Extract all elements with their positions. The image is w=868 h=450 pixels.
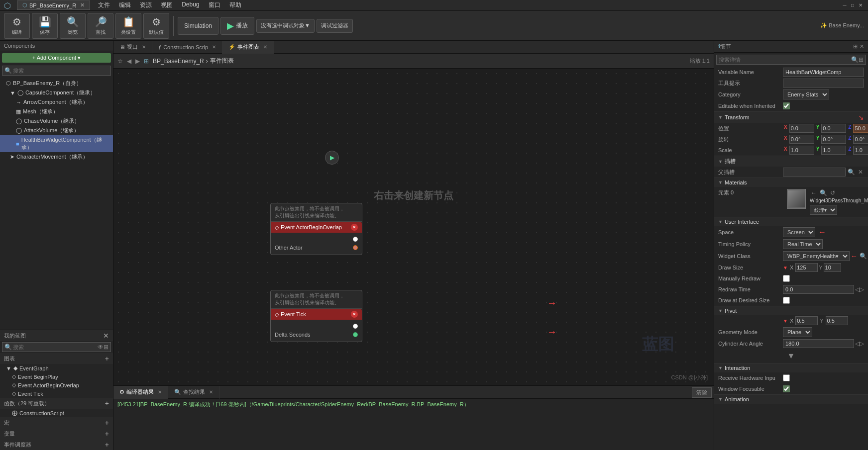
- nav-forward[interactable]: ▶: [135, 58, 140, 65]
- pos-x-input[interactable]: [789, 124, 814, 133]
- macros-add-btn[interactable]: +: [105, 419, 109, 427]
- tab-viewport[interactable]: 🖥 视口 ✕: [113, 41, 152, 54]
- geometry-mode-select[interactable]: Plane: [783, 327, 812, 337]
- rot-z-input[interactable]: [853, 135, 868, 144]
- tree-item-arrow[interactable]: → ArrowComponent（继承）: [0, 97, 113, 107]
- find-button[interactable]: 🔎 直找: [88, 13, 113, 39]
- variable-name-input[interactable]: [783, 68, 864, 77]
- scale-z-input[interactable]: [853, 146, 868, 155]
- functions-section-header[interactable]: 函数（29 可重载） +: [0, 398, 113, 409]
- compile-button[interactable]: ⚙ 编译: [4, 13, 30, 39]
- draw-size-x-input[interactable]: [795, 263, 818, 272]
- rot-x-input[interactable]: [789, 135, 814, 144]
- menu-window[interactable]: 窗口: [205, 0, 224, 10]
- tree-item-base[interactable]: ⬡ BP_BaseEnemy_R（自身）: [0, 79, 113, 88]
- simulation-button[interactable]: Simulation: [178, 17, 218, 35]
- close-btn[interactable]: ✕: [857, 2, 864, 9]
- redraw-time-input[interactable]: [783, 285, 854, 294]
- class-settings-button[interactable]: 📋 类设置: [115, 13, 141, 39]
- category-select[interactable]: Enemy Stats: [783, 90, 829, 99]
- tab-event-graph[interactable]: ⚡ 事件图表 ✕: [222, 41, 274, 54]
- dispatchers-add-btn[interactable]: +: [105, 441, 109, 449]
- tree-construction-script[interactable]: ⨁ ConstructionScript: [0, 409, 113, 417]
- functions-add-btn[interactable]: +: [105, 399, 109, 407]
- cylinder-arc-input[interactable]: [783, 339, 854, 348]
- parent-socket-clear-btn[interactable]: ✕: [857, 168, 864, 176]
- macros-section-header[interactable]: 宏 +: [0, 417, 113, 428]
- window-focusable-checkbox[interactable]: [783, 385, 790, 392]
- add-component-button[interactable]: + Add Component ▾: [2, 53, 111, 63]
- mat-search-btn[interactable]: 🔍: [819, 189, 828, 197]
- play-button[interactable]: ▶ 播放: [220, 17, 254, 35]
- blueprint-canvas[interactable]: 右击来创建新节点 蓝图 ▶ 此节点被禁用，将不会被调用，从引脚连出引线来编译功能…: [113, 69, 714, 385]
- menu-help[interactable]: 帮助: [225, 0, 245, 10]
- browse-button[interactable]: 🔍 浏览: [60, 13, 86, 39]
- details-search-input[interactable]: [719, 57, 851, 63]
- nav-back[interactable]: ◀: [127, 58, 131, 65]
- node-actor-begin-overlap[interactable]: 此节点被禁用，将不会被调用，从引脚连出引线来编译功能。 ◇ Event Acto…: [270, 203, 362, 255]
- tree-event-graph[interactable]: ▼ ◆ EventGraph: [0, 364, 113, 372]
- tree-item-capsule[interactable]: ▼ ◯ CapsuleComponent（继承）: [0, 88, 113, 97]
- grid-view-icon[interactable]: ⊞: [853, 43, 858, 50]
- parent-socket-search-btn[interactable]: 🔍: [847, 168, 856, 176]
- pos-z-input[interactable]: [853, 124, 868, 133]
- editable-checkbox[interactable]: [783, 102, 790, 109]
- manually-redraw-checkbox[interactable]: [783, 275, 790, 282]
- viewport-tab-close[interactable]: ✕: [142, 44, 146, 50]
- tree-item-movement[interactable]: ➤ CharacterMovement（继承）: [0, 152, 113, 162]
- pivot-y-input[interactable]: [826, 316, 848, 325]
- event-graph-tab-close[interactable]: ✕: [263, 44, 267, 50]
- widget-class-search-btn[interactable]: 🔍: [859, 252, 868, 260]
- dispatchers-section-header[interactable]: 事件调度器 +: [0, 439, 113, 450]
- graphs-section-header[interactable]: 图表 +: [0, 353, 113, 364]
- timing-policy-select[interactable]: Real Time: [783, 239, 823, 249]
- materials-header[interactable]: ▼ Materials: [714, 178, 868, 187]
- components-search-input[interactable]: [13, 68, 108, 74]
- window-tab[interactable]: ⬡ BP_BaseEnemy_R ✕: [17, 0, 90, 10]
- menu-edit[interactable]: 编辑: [115, 0, 135, 10]
- window-tab-close[interactable]: ✕: [80, 2, 85, 8]
- variables-add-btn[interactable]: +: [105, 430, 109, 438]
- details-close-icon[interactable]: ✕: [860, 43, 864, 50]
- menu-assets[interactable]: 资源: [136, 0, 156, 10]
- debug-dropdown[interactable]: 没有选中调试对象▼: [256, 19, 315, 33]
- my-blueprint-search-input[interactable]: [13, 344, 98, 350]
- expand-down-btn[interactable]: ▼: [786, 351, 796, 361]
- sockets-header[interactable]: ▼ 插槽: [714, 156, 868, 167]
- find-results-tab[interactable]: 🔍 查找结果 ✕: [168, 386, 219, 399]
- user-interface-header[interactable]: ▼ User Interface: [714, 217, 868, 226]
- tree-item-healthbar[interactable]: ■ HealthBarWidgetComponent（继承）: [0, 135, 113, 152]
- tree-event-tick[interactable]: ◇ Event Tick: [0, 389, 113, 398]
- parent-socket-input[interactable]: [783, 168, 846, 177]
- scale-y-input[interactable]: [821, 146, 846, 155]
- compiler-tab-close[interactable]: ✕: [158, 389, 162, 395]
- tree-item-chase[interactable]: ◯ ChaseVolume（继承）: [0, 116, 113, 126]
- menu-file[interactable]: 文件: [94, 0, 114, 10]
- interaction-header[interactable]: ▼ Interaction: [714, 363, 868, 372]
- draw-size-y-input[interactable]: [824, 263, 841, 272]
- tab-construction[interactable]: ƒ Construction Scrip ✕: [152, 41, 222, 54]
- tree-item-mesh[interactable]: ▦ Mesh（继承）: [0, 107, 113, 116]
- save-button[interactable]: 💾 保存: [32, 13, 58, 39]
- variables-section-header[interactable]: 变量 +: [0, 428, 113, 439]
- space-select[interactable]: Screen: [783, 227, 815, 237]
- defaults-button[interactable]: ⚙ 默认值: [143, 13, 169, 39]
- rot-y-input[interactable]: [821, 135, 846, 144]
- construction-tab-close[interactable]: ✕: [212, 44, 216, 50]
- clear-button[interactable]: 清除: [692, 387, 712, 398]
- my-blueprint-close[interactable]: ✕: [103, 332, 109, 340]
- my-blueprint-header[interactable]: 我的蓝图 ✕: [0, 330, 113, 341]
- tree-actor-overlap[interactable]: ◇ Event ActorBeginOverlap: [0, 381, 113, 389]
- tree-begin-play[interactable]: ◇ Event BeginPlay: [0, 372, 113, 381]
- node-event-tick[interactable]: 此节点被禁用，将不会被调用，从引脚连出引线来编译功能。 ◇ Event Tick…: [270, 290, 362, 342]
- pivot-x-input[interactable]: [795, 316, 818, 325]
- menu-debug[interactable]: Debug: [178, 0, 203, 10]
- graphs-add-btn[interactable]: +: [105, 355, 109, 362]
- pos-y-input[interactable]: [821, 124, 846, 133]
- tree-item-attack[interactable]: ◯ AttackVolume（继承）: [0, 126, 113, 135]
- receive-hardware-checkbox[interactable]: [783, 374, 790, 381]
- transform-header[interactable]: ▼ Transform ↘: [714, 112, 868, 123]
- pivot-header[interactable]: ▼ Pivot: [714, 306, 868, 315]
- maximize-btn[interactable]: □: [849, 2, 856, 9]
- draw-desired-size-checkbox[interactable]: [783, 297, 790, 304]
